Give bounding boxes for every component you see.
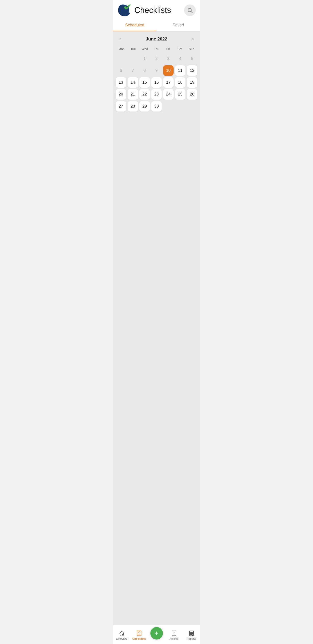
calendar-day[interactable]: 18 xyxy=(175,77,185,88)
calendar-day[interactable]: 17 xyxy=(163,77,174,88)
calendar-day[interactable]: 29 xyxy=(139,101,150,112)
calendar-day xyxy=(175,101,185,112)
calendar-day[interactable]: 11 xyxy=(175,65,185,76)
search-button[interactable] xyxy=(184,4,196,16)
fab-button[interactable]: + xyxy=(150,627,163,640)
page-title: Checklists xyxy=(134,6,181,15)
calendar-day[interactable]: 13 xyxy=(116,77,126,88)
calendar-day[interactable]: 22 xyxy=(139,89,150,100)
next-month-button[interactable]: › xyxy=(190,35,196,43)
dow-sun: Sun xyxy=(186,46,197,52)
calendar-day[interactable]: 27 xyxy=(116,101,126,112)
calendar-day xyxy=(163,101,174,112)
calendar-day[interactable]: 30 xyxy=(151,101,162,112)
nav-item-overview[interactable]: Overview xyxy=(113,630,130,640)
calendar-day[interactable]: 24 xyxy=(163,89,174,100)
calendar-day[interactable]: 16 xyxy=(151,77,162,88)
svg-point-13 xyxy=(174,634,174,635)
svg-line-3 xyxy=(191,12,192,13)
calendar-day[interactable]: 21 xyxy=(128,89,138,100)
calendar-day[interactable]: 20 xyxy=(116,89,126,100)
calendar-day[interactable]: 15 xyxy=(139,77,150,88)
content-area xyxy=(113,126,200,625)
calendar-month-title: June 2022 xyxy=(146,36,167,42)
calendar-day[interactable]: 9 xyxy=(151,65,162,76)
nav-item-checklists[interactable]: Checklists xyxy=(130,630,148,640)
calendar-day[interactable]: 25 xyxy=(175,89,185,100)
calendar-grid: 1234567891011121314151617181920212223242… xyxy=(116,54,198,124)
svg-point-11 xyxy=(174,632,174,632)
calendar-day[interactable]: 23 xyxy=(151,89,162,100)
calendar-day xyxy=(116,113,126,124)
dow-fri: Fri xyxy=(162,46,174,52)
calendar-day[interactable]: 26 xyxy=(187,89,197,100)
dow-wed: Wed xyxy=(139,46,151,52)
tab-saved[interactable]: Saved xyxy=(157,20,200,31)
calendar-day[interactable]: 6 xyxy=(116,65,126,76)
calendar-day xyxy=(116,54,126,64)
calendar-header: ‹ June 2022 › xyxy=(116,35,198,43)
nav-label-reports: Reports xyxy=(187,637,196,640)
calendar-day[interactable]: 19 xyxy=(187,77,197,88)
tab-scheduled[interactable]: Scheduled xyxy=(113,20,157,31)
app-logo xyxy=(117,4,131,17)
calendar-day[interactable]: 14 xyxy=(128,77,138,88)
calendar-day[interactable]: 2 xyxy=(151,54,162,64)
calendar-day[interactable]: 12 xyxy=(187,65,197,76)
tab-bar: Scheduled Saved xyxy=(113,20,200,32)
dow-sat: Sat xyxy=(174,46,186,52)
dow-tue: Tue xyxy=(127,46,139,52)
calendar-day[interactable]: 4 xyxy=(175,54,185,64)
calendar-day[interactable]: 1 xyxy=(139,54,150,64)
nav-item-reports[interactable]: Reports xyxy=(183,630,200,640)
dow-thu: Thu xyxy=(151,46,162,52)
dow-mon: Mon xyxy=(116,46,127,52)
calendar-day[interactable]: 7 xyxy=(128,65,138,76)
nav-label-overview: Overview xyxy=(116,637,127,640)
calendar-day[interactable]: 3 xyxy=(163,54,174,64)
calendar-day[interactable]: 5 xyxy=(187,54,197,64)
prev-month-button[interactable]: ‹ xyxy=(117,35,123,43)
calendar-section: ‹ June 2022 › Mon Tue Wed Thu Fri Sat Su… xyxy=(113,32,200,126)
calendar-day[interactable]: 8 xyxy=(139,65,150,76)
nav-label-actions: Actions xyxy=(170,637,178,640)
fab-container: + xyxy=(148,627,165,640)
calendar-day xyxy=(128,54,138,64)
app-header: Checklists xyxy=(113,0,200,20)
calendar-day[interactable]: 28 xyxy=(128,101,138,112)
bottom-navigation: Overview Checklists + Actions xyxy=(113,625,200,644)
calendar-day xyxy=(187,101,197,112)
calendar-days-of-week: Mon Tue Wed Thu Fri Sat Sun xyxy=(116,46,198,52)
nav-item-actions[interactable]: Actions xyxy=(165,630,183,640)
nav-label-checklists: Checklists xyxy=(132,637,146,640)
calendar-day[interactable]: 10 xyxy=(163,65,174,76)
